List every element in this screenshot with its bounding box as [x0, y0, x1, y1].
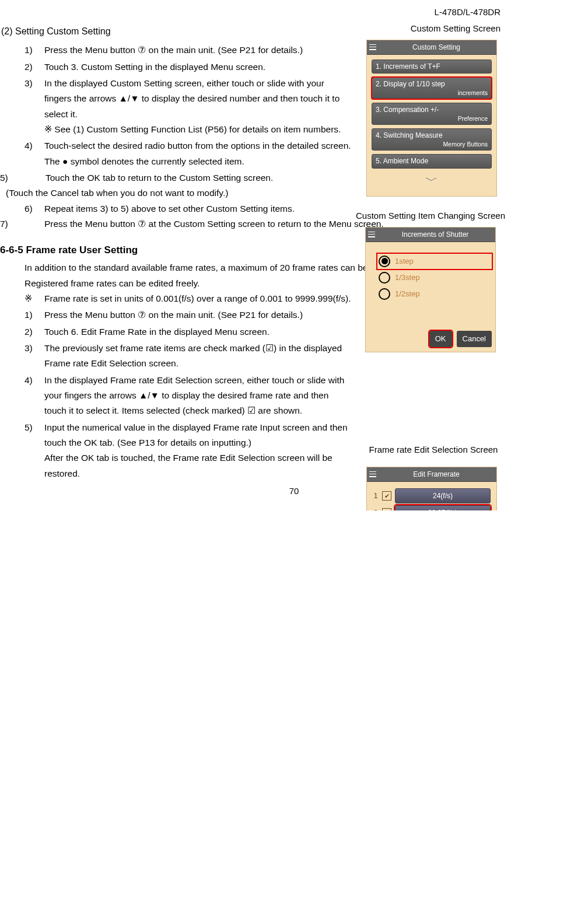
cs-item-3[interactable]: 3. Compensation +/-Preference	[372, 103, 492, 125]
step-text: Input the numerical value in the display…	[44, 422, 348, 447]
step-num: 3)	[24, 76, 33, 91]
radio-empty-icon	[379, 272, 390, 284]
framerate-row-2[interactable]: 2✔29.97(f/s)	[373, 505, 491, 510]
step-text: In the displayed Custom Setting screen, …	[44, 78, 340, 119]
step-num: 6)	[24, 201, 33, 216]
step-text: Touch the OK tab to return to the Custom…	[1, 170, 363, 186]
step-text: Repeat items 3) to 5) above to set other…	[44, 204, 295, 214]
manual-page: L-478D/L-478DR (2) Setting Custom Settin…	[0, 0, 588, 510]
step-num: 1)	[24, 43, 33, 58]
custom-setting-screenshot: Custom Setting Screen Custom Setting 1. …	[366, 21, 501, 197]
step-num: 1)	[24, 307, 33, 323]
hamburger-icon[interactable]	[369, 44, 376, 50]
cs-item-1[interactable]: 1. Increments of T+F	[372, 60, 492, 74]
step-text: Press the Menu button ⑦ on the main unit…	[44, 310, 303, 320]
radio-option-1step[interactable]: 1step	[379, 255, 491, 268]
radio-filled-icon	[379, 256, 390, 267]
checkbox-checked-icon[interactable]: ✔	[382, 508, 391, 510]
section-2-steps: 1)Press the Menu button ⑦ on the main un…	[0, 43, 351, 169]
note-text: Frame rate is set in units of 0.001(f/s)…	[44, 293, 351, 303]
device-title: Custom Setting	[379, 41, 494, 53]
device-titlebar: Increments of Shutter	[366, 228, 495, 242]
step-num: 7)	[0, 216, 8, 232]
cs-item-4[interactable]: 4. Switching MeasureMemory Buttons	[372, 128, 492, 151]
step-text-b: The ● symbol denotes the currently selec…	[44, 154, 351, 169]
chevron-down-icon[interactable]: ﹀	[372, 170, 492, 191]
hamburger-icon[interactable]	[369, 471, 376, 477]
note-mark: ※	[24, 291, 32, 306]
cs-item-2[interactable]: 2. Display of 1/10 stepincrements	[372, 77, 492, 99]
framerate-row-1[interactable]: 1✔24(f/s)	[373, 488, 491, 503]
cancel-button[interactable]: Cancel	[457, 331, 492, 347]
radio-empty-icon	[379, 288, 390, 300]
ok-button[interactable]: OK	[429, 331, 452, 347]
cs-item-5[interactable]: 5. Ambient Mode	[372, 154, 492, 168]
device-titlebar: Custom Setting	[367, 40, 496, 55]
checkbox-checked-icon[interactable]: ✔	[382, 491, 391, 501]
custom-setting-item-screenshot: Custom Setting Item Changing Screen Incr…	[355, 208, 506, 352]
step-text: The previously set frame rate items are …	[44, 343, 342, 368]
step-num: 3)	[24, 341, 33, 356]
step-num: 2)	[24, 60, 33, 75]
step-note: ※ See (1) Custom Setting Function List (…	[44, 122, 351, 137]
screenshot-label: Custom Setting Screen	[366, 21, 501, 36]
screenshot-label: Custom Setting Item Changing Screen	[355, 208, 506, 223]
step-num: 4)	[24, 138, 33, 153]
step-num: 5)	[24, 420, 33, 435]
device-titlebar: Edit Framerate	[367, 467, 496, 482]
step-text: Touch 6. Edit Frame Rate in the displaye…	[44, 327, 270, 337]
step-text-b: After the OK tab is touched, the Frame r…	[44, 450, 351, 481]
radio-option-third[interactable]: 1/3step	[379, 271, 491, 284]
radio-option-half[interactable]: 1/2step	[379, 288, 491, 300]
step-num: 2)	[24, 324, 33, 340]
framerate-edit-screenshot: Frame rate Edit Selection Screen Edit Fr…	[366, 442, 501, 510]
step-text: Touch 3. Custom Setting in the displayed…	[44, 62, 265, 72]
screenshot-label: Frame rate Edit Selection Screen	[366, 442, 501, 457]
step-text: In the displayed Frame rate Edit Selecti…	[44, 375, 344, 416]
step-num: 5)	[0, 170, 8, 186]
step-text: Touch-select the desired radio button fr…	[44, 141, 351, 151]
step-text: Press the Menu button ⑦ on the main unit…	[44, 45, 303, 55]
device-title: Edit Framerate	[379, 468, 494, 480]
hamburger-icon[interactable]	[368, 232, 375, 237]
model-header: L-478D/L-478DR	[435, 5, 501, 20]
device-title: Increments of Shutter	[377, 229, 493, 240]
step-num: 4)	[24, 373, 33, 388]
